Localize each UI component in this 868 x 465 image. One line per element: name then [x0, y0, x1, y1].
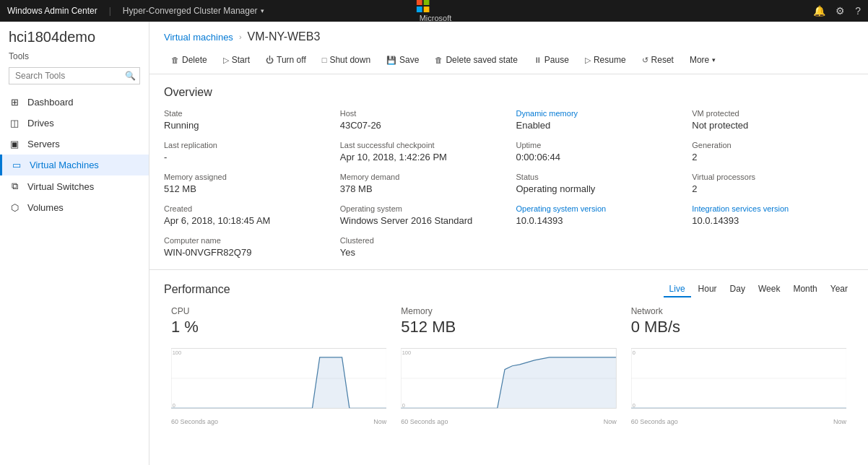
- chart-svg: 1000: [401, 342, 616, 414]
- overview-value: 10.0.14393: [516, 215, 678, 226]
- overview-item: Operating system version10.0.14393: [516, 204, 678, 226]
- overview-label[interactable]: Integration services version: [692, 204, 854, 213]
- sidebar-item-label: Dashboard: [27, 97, 74, 108]
- overview-item: CreatedApr 6, 2018, 10:18:45 AM: [164, 204, 326, 226]
- sidebar-item-volumes[interactable]: ⬡ Volumes: [0, 197, 149, 218]
- perf-title: Performance: [164, 283, 230, 296]
- overview-value: Windows Server 2016 Standard: [340, 215, 502, 226]
- perf-tab-day[interactable]: Day: [724, 282, 751, 297]
- overview-item: Integration services version10.0.14393: [692, 204, 854, 226]
- sidebar-section-label: Tools: [9, 51, 140, 61]
- sidebar-header: hci1804demo Tools 🔍: [0, 22, 149, 89]
- overview-label: Host: [340, 109, 502, 118]
- overview-item: Virtual processors2: [692, 173, 854, 194]
- overview-label[interactable]: Dynamic memory: [516, 109, 678, 118]
- breadcrumb-separator: ›: [239, 32, 242, 41]
- overview-value: 2: [692, 183, 854, 194]
- overview-item: Memory assigned512 MB: [164, 173, 326, 194]
- nav-center: Microsoft: [417, 0, 452, 23]
- sidebar-item-servers[interactable]: ▣ Servers: [0, 134, 149, 155]
- notification-icon[interactable]: 🔔: [813, 5, 825, 17]
- save-button[interactable]: 💾 Save: [379, 52, 426, 68]
- chart-label: Memory: [401, 306, 616, 316]
- top-navbar: Windows Admin Center | Hyper-Converged C…: [0, 0, 868, 22]
- sidebar-item-drives[interactable]: ◫ Drives: [0, 113, 149, 134]
- pause-button[interactable]: ⏸ Pause: [526, 52, 576, 68]
- overview-label: Clustered: [340, 236, 502, 245]
- perf-tab-week[interactable]: Week: [752, 282, 786, 297]
- chart-svg: 00: [631, 342, 846, 414]
- resume-icon: ▷: [585, 56, 591, 65]
- vswitch-icon: ⧉: [9, 181, 20, 192]
- sidebar: hci1804demo Tools 🔍 ⊞ Dashboard ◫ Drives…: [0, 22, 149, 465]
- sidebar-item-virtual-switches[interactable]: ⧉ Virtual Switches: [0, 175, 149, 197]
- sidebar-nav: ⊞ Dashboard ◫ Drives ▣ Servers ▭ Virtual…: [0, 89, 149, 465]
- chart-value: 1 %: [171, 318, 386, 336]
- overview-item: Generation2: [692, 141, 854, 162]
- delete-button[interactable]: 🗑 Delete: [164, 52, 214, 68]
- save-icon: 💾: [386, 56, 396, 65]
- overview-item: StatusOperating normally: [516, 173, 678, 194]
- settings-icon[interactable]: ⚙: [836, 5, 845, 17]
- overview-label: VM protected: [692, 109, 854, 118]
- overview-label: Computer name: [164, 236, 326, 245]
- dashboard-icon: ⊞: [9, 97, 20, 108]
- overview-label: Memory assigned: [164, 173, 326, 181]
- main-layout: hci1804demo Tools 🔍 ⊞ Dashboard ◫ Drives…: [0, 22, 868, 465]
- sidebar-item-dashboard[interactable]: ⊞ Dashboard: [0, 92, 149, 113]
- svg-rect-0: [417, 0, 422, 5]
- sidebar-item-label: Drives: [27, 118, 54, 129]
- svg-rect-2: [417, 6, 422, 12]
- start-button[interactable]: ▷ Start: [216, 52, 257, 68]
- sidebar-instance-name: hci1804demo: [9, 29, 140, 45]
- overview-value: Running: [164, 120, 326, 131]
- sidebar-item-label: Virtual Switches: [27, 181, 94, 192]
- chart-x-labels: 60 Seconds agoNow: [631, 418, 846, 425]
- overview-value: Apr 6, 2018, 10:18:45 AM: [164, 215, 326, 226]
- overview-value: 0:00:06:44: [516, 152, 678, 162]
- help-icon[interactable]: ?: [855, 5, 861, 17]
- turn-off-button[interactable]: ⏻ Turn off: [259, 52, 313, 68]
- overview-value: Not protected: [692, 120, 854, 131]
- volumes-icon: ⬡: [9, 202, 20, 213]
- perf-time-tabs: LiveHourDayWeekMonthYear: [664, 282, 854, 297]
- overview-label: Operating system: [340, 204, 502, 213]
- perf-chart-memory: Memory512 MB100060 Seconds agoNow: [394, 306, 623, 425]
- shut-down-button[interactable]: □ Shut down: [315, 52, 378, 68]
- chevron-down-icon: ▾: [261, 7, 264, 14]
- perf-tab-month[interactable]: Month: [787, 282, 823, 297]
- chart-label: CPU: [171, 306, 386, 316]
- perf-tab-hour[interactable]: Hour: [693, 282, 723, 297]
- perf-tab-year[interactable]: Year: [825, 282, 854, 297]
- overview-value: 10.0.14393: [692, 215, 854, 226]
- chart-value: 512 MB: [401, 318, 616, 336]
- overview-value: Yes: [340, 247, 502, 258]
- vm-icon: ▭: [11, 160, 22, 170]
- more-chevron-icon: ▾: [712, 56, 716, 64]
- sidebar-item-virtual-machines[interactable]: ▭ Virtual Machines: [0, 155, 149, 175]
- cluster-selector[interactable]: Hyper-Converged Cluster Manager ▾: [123, 6, 264, 16]
- perf-chart-network: Network0 MB/s0060 Seconds agoNow: [624, 306, 854, 425]
- start-icon: ▷: [223, 56, 229, 65]
- overview-label: Uptime: [516, 141, 678, 149]
- resume-button[interactable]: ▷ Resume: [578, 52, 633, 68]
- overview-label[interactable]: Operating system version: [516, 204, 678, 213]
- overview-value: 378 MB: [340, 183, 502, 194]
- overview-item: Memory demand378 MB: [340, 173, 502, 194]
- shutdown-icon: □: [322, 56, 327, 64]
- search-input[interactable]: [9, 67, 140, 84]
- pause-icon: ⏸: [534, 56, 542, 64]
- breadcrumb-parent[interactable]: Virtual machines: [164, 32, 233, 43]
- chart-x-labels: 60 Seconds agoNow: [171, 418, 386, 425]
- overview-value: WIN-0NVGFR82Q79: [164, 247, 326, 258]
- servers-icon: ▣: [9, 139, 20, 149]
- delete-saved-state-button[interactable]: 🗑 Delete saved state: [428, 52, 524, 68]
- more-button[interactable]: More ▾: [682, 52, 723, 68]
- chart-x-labels: 60 Seconds agoNow: [401, 418, 616, 425]
- svg-text:0: 0: [173, 402, 175, 409]
- power-icon: ⏻: [266, 56, 274, 64]
- reset-button[interactable]: ↺ Reset: [635, 52, 681, 68]
- perf-tab-live[interactable]: Live: [664, 282, 691, 297]
- reset-icon: ↺: [642, 56, 648, 65]
- overview-value: -: [164, 152, 326, 162]
